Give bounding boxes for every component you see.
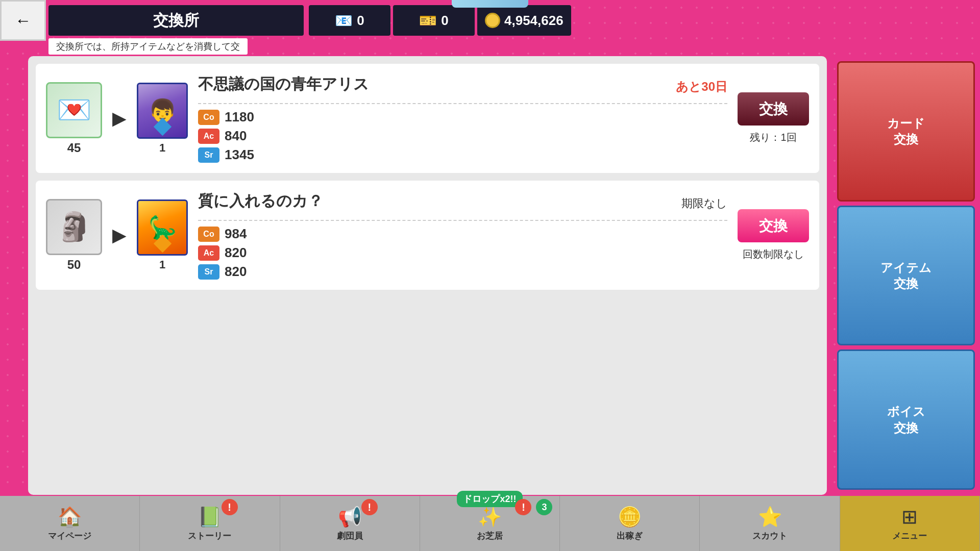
card-item-2-icon: 🦕 xyxy=(137,199,188,256)
item-1-costs: Co 1180 Ac 840 Sr 1345 xyxy=(198,109,727,163)
nav-item-mypage[interactable]: 🏠 マイページ xyxy=(0,496,140,551)
item-2-name: 質に入れるのカ？ xyxy=(198,191,323,212)
card-item-2-wrapper: 🦕 1 xyxy=(137,199,188,271)
cost-sr-1-value: 1345 xyxy=(225,147,254,163)
nav-item-story[interactable]: ! 📗 ストーリー xyxy=(140,496,280,551)
mail-icon: 📧 xyxy=(335,12,353,29)
drop-tooltip: ドロップx2!! xyxy=(457,491,522,507)
subtitle-bar: 交換所では、所持アイテムなどを消費して交 xyxy=(48,38,248,55)
coin-icon xyxy=(485,13,500,28)
top-decoration xyxy=(452,0,528,8)
nav-label-scout: スカウト xyxy=(752,530,787,542)
item-1-header: 不思議の国の青年アリス あと30日 xyxy=(198,74,727,104)
mail-count: 0 xyxy=(357,13,364,29)
badge-ac-1: Ac xyxy=(198,129,219,144)
exchange-btn-1[interactable]: 交換 xyxy=(738,92,809,126)
nav-label-play: お芝居 xyxy=(477,530,503,542)
source-item-2-icon: 🗿 xyxy=(46,199,102,255)
arrow-icon-1: ▶ xyxy=(112,108,127,129)
cost-row-sr-1: Sr 1345 xyxy=(198,147,727,163)
source-item-1-wrapper: 💌 45 xyxy=(46,82,102,155)
page-title: 交換所 xyxy=(153,10,199,31)
cost-row-ac-1: Ac 840 xyxy=(198,128,727,144)
source-item-1-count: 45 xyxy=(67,141,81,155)
exchange-btn-2[interactable]: 交換 xyxy=(738,209,809,242)
mail-currency: 📧 0 xyxy=(309,5,390,36)
main-content: 💌 45 ▶ 👦 1 不思議の国の青年アリス あと30日 Co 1180 xyxy=(28,56,827,495)
work-icon: 🪙 xyxy=(618,506,642,528)
card-item-1-wrapper: 👦 1 xyxy=(137,83,188,155)
exchange-item-2: 🗿 50 ▶ 🦕 1 質に入れるのカ？ 期限なし Co 984 xyxy=(36,181,819,290)
source-item-2-wrapper: 🗿 50 xyxy=(46,199,102,272)
item-2-time-limit: 期限なし xyxy=(681,196,727,211)
cost-co-1-value: 1180 xyxy=(225,109,254,125)
coin-currency: 4,954,626 xyxy=(477,5,571,36)
arrow-icon-2: ▶ xyxy=(112,224,127,246)
play-icon: ✨ xyxy=(478,506,502,528)
card-item-2-count: 1 xyxy=(159,258,165,271)
card-item-1-icon: 👦 xyxy=(137,83,188,139)
sidebar-btn-card-exchange[interactable]: カード交換 xyxy=(837,61,975,202)
coin-count: 4,954,626 xyxy=(504,13,564,29)
star-icon: ⭐ xyxy=(758,506,782,528)
nav-label-menu: メニュー xyxy=(892,530,927,542)
source-item-1-icon: 💌 xyxy=(46,82,102,138)
exchange-item-1: 💌 45 ▶ 👦 1 不思議の国の青年アリス あと30日 Co 1180 xyxy=(36,64,819,173)
ticket-count: 0 xyxy=(441,13,448,29)
cost-row-co-1: Co 1180 xyxy=(198,109,727,125)
nav-item-menu[interactable]: ⊞ メニュー xyxy=(840,496,980,551)
cost-row-ac-2: Ac 820 xyxy=(198,245,727,261)
source-item-2-count: 50 xyxy=(67,258,81,272)
cost-ac-1-value: 840 xyxy=(225,128,247,144)
ticket-currency: 🎫 0 xyxy=(393,5,475,36)
drop-badge: 3 xyxy=(536,499,552,515)
cost-sr-2-value: 820 xyxy=(225,264,247,280)
nav-label-story: ストーリー xyxy=(188,530,231,542)
notification-badge-play: ! xyxy=(515,499,531,515)
item-1-action: 交換 残り：1回 xyxy=(738,92,809,144)
subtitle-text: 交換所では、所持アイテムなどを消費して交 xyxy=(56,41,240,52)
right-sidebar: カード交換 アイテム交換 ボイス交換 xyxy=(835,56,980,495)
item-2-costs: Co 984 Ac 820 Sr 820 xyxy=(198,226,727,280)
badge-sr-2: Sr xyxy=(198,264,219,280)
nav-label-troupe: 劇団員 xyxy=(337,530,363,542)
cost-row-sr-2: Sr 820 xyxy=(198,264,727,280)
cost-row-co-2: Co 984 xyxy=(198,226,727,242)
cost-co-2-value: 984 xyxy=(225,226,247,242)
badge-sr-1: Sr xyxy=(198,147,219,163)
currency-bar: 📧 0 🎫 0 4,954,626 xyxy=(309,5,571,36)
badge-co-1: Co xyxy=(198,110,219,125)
title-area: 交換所 xyxy=(48,5,304,36)
nav-label-mypage: マイページ xyxy=(48,530,91,542)
nav-item-work[interactable]: 🪙 出稼ぎ xyxy=(560,496,700,551)
menu-icon: ⊞ xyxy=(901,506,918,528)
back-button[interactable]: ← xyxy=(0,0,46,41)
item-2-header: 質に入れるのカ？ 期限なし xyxy=(198,191,727,221)
item-1-time-limit: あと30日 xyxy=(676,79,727,95)
cost-ac-2-value: 820 xyxy=(225,245,247,261)
badge-ac-2: Ac xyxy=(198,245,219,261)
nav-item-troupe[interactable]: ! 📢 劇団員 xyxy=(280,496,420,551)
home-icon: 🏠 xyxy=(58,506,82,528)
item-1-remaining: 残り：1回 xyxy=(750,131,796,144)
badge-co-2: Co xyxy=(198,227,219,242)
sidebar-btn-voice-exchange[interactable]: ボイス交換 xyxy=(837,349,975,490)
item-2-remaining: 回数制限なし xyxy=(743,247,804,261)
nav-label-work: 出稼ぎ xyxy=(617,530,643,542)
sidebar-btn-item-exchange[interactable]: アイテム交換 xyxy=(837,206,975,346)
item-1-details: 不思議の国の青年アリス あと30日 Co 1180 Ac 840 Sr 1345 xyxy=(198,74,727,163)
card-item-1-count: 1 xyxy=(159,141,165,155)
notification-badge-story: ! xyxy=(222,499,238,515)
nav-item-scout[interactable]: ⭐ スカウト xyxy=(700,496,840,551)
notification-badge-troupe: ! xyxy=(361,499,378,515)
ticket-icon: 🎫 xyxy=(419,12,437,29)
nav-item-play[interactable]: ドロップx2!! ! 3 ✨ お芝居 xyxy=(420,496,560,551)
book-icon: 📗 xyxy=(198,506,222,528)
item-1-name: 不思議の国の青年アリス xyxy=(198,74,369,95)
item-2-details: 質に入れるのカ？ 期限なし Co 984 Ac 820 Sr 820 xyxy=(198,191,727,280)
item-2-action: 交換 回数制限なし xyxy=(738,209,809,261)
bottom-nav: 🏠 マイページ ! 📗 ストーリー ! 📢 劇団員 ドロップx2!! ! 3 ✨… xyxy=(0,496,980,551)
megaphone-icon: 📢 xyxy=(338,506,362,528)
